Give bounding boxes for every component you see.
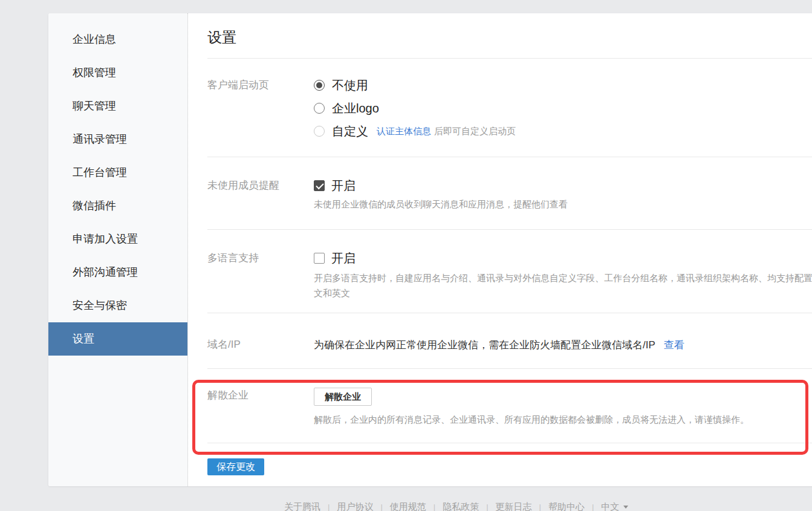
sidebar-item-workbench[interactable]: 工作台管理 xyxy=(48,156,187,189)
settings-card: 企业信息 权限管理 聊天管理 通讯录管理 工作台管理 微信插件 申请加入设置 外… xyxy=(48,13,812,486)
custom-option-hint: 后即可自定义启动页 xyxy=(434,126,516,137)
dismiss-corp-button[interactable]: 解散企业 xyxy=(314,388,372,406)
client-launch-label: 客户端启动页 xyxy=(207,74,314,157)
sidebar-item-security[interactable]: 安全与保密 xyxy=(48,289,187,322)
sidebar: 企业信息 权限管理 聊天管理 通讯录管理 工作台管理 微信插件 申请加入设置 外… xyxy=(48,13,188,486)
dismiss-corp-description: 解散后，企业内的所有消息记录、企业通讯录、所有应用的数据都会被删除，成员将无法进… xyxy=(314,413,749,426)
language-selector[interactable]: 中文 xyxy=(601,501,628,511)
domain-ip-section: 域名/IP 为确保在企业内网正常使用企业微信，需在企业防火墙配置企业微信域名/I… xyxy=(207,313,812,369)
unused-reminder-toggle-row: 开启 xyxy=(314,178,568,193)
unused-reminder-section: 未使用成员提醒 开启 未使用企业微信的成员收到聊天消息和应用消息，提醒他们查看 xyxy=(207,157,812,230)
multilang-section: 多语言支持 开启 开启多语言支持时，自建应用名与介绍、通讯录与对外信息自定义字段… xyxy=(207,230,812,313)
language-label: 中文 xyxy=(601,501,619,511)
footer-link-user-agreement[interactable]: 用户协议 xyxy=(337,501,373,511)
sidebar-item-permissions[interactable]: 权限管理 xyxy=(48,56,187,90)
save-changes-button[interactable]: 保存更改 xyxy=(207,458,264,475)
footer-separator: | xyxy=(486,503,488,511)
sidebar-item-external-comm[interactable]: 外部沟通管理 xyxy=(48,256,187,289)
footer-separator: | xyxy=(434,503,435,511)
multilang-description-line2: 文和英文 xyxy=(314,285,812,301)
unused-reminder-toggle-label[interactable]: 开启 xyxy=(331,178,356,194)
footer-link-about-tencent[interactable]: 关于腾讯 xyxy=(284,501,320,511)
footer-separator: | xyxy=(380,503,382,511)
multilang-content: 开启 开启多语言支持时，自建应用名与介绍、通讯录与对外信息自定义字段、工作台分组… xyxy=(314,251,812,313)
dismiss-corp-content: 解散企业 解散后，企业内的所有消息记录、企业通讯录、所有应用的数据都会被删除，成… xyxy=(314,388,749,443)
multilang-toggle-row: 开启 xyxy=(314,251,812,265)
option-row-custom: 自定义 认证主体信息 后即可自定义启动页 xyxy=(314,120,516,143)
radio-selected-icon[interactable] xyxy=(314,80,325,91)
settings-main: 设置 客户端启动页 不使用 企业logo 自定义 认证主体信息 后即可自定义启动… xyxy=(188,13,812,486)
option-custom-label: 自定义 xyxy=(332,123,368,140)
unused-reminder-description: 未使用企业微信的成员收到聊天消息和应用消息，提醒他们查看 xyxy=(314,198,568,210)
option-row-corp-logo: 企业logo xyxy=(314,97,516,120)
footer-link-privacy-policy[interactable]: 隐私政策 xyxy=(443,501,479,511)
checkbox-checked-icon[interactable] xyxy=(314,180,325,191)
footer-link-changelog[interactable]: 更新日志 xyxy=(496,501,532,511)
footer-separator: | xyxy=(539,503,541,511)
checkbox-unchecked-icon[interactable] xyxy=(314,253,325,264)
client-launch-options: 不使用 企业logo 自定义 认证主体信息 后即可自定义启动页 xyxy=(314,74,516,157)
radio-unselected-icon[interactable] xyxy=(314,103,325,114)
client-launch-section: 客户端启动页 不使用 企业logo 自定义 认证主体信息 后即可自定义启动页 xyxy=(207,59,812,157)
unused-reminder-content: 开启 未使用企业微信的成员收到聊天消息和应用消息，提醒他们查看 xyxy=(314,178,568,229)
option-not-use-label[interactable]: 不使用 xyxy=(332,77,368,94)
sidebar-item-wechat-plugin[interactable]: 微信插件 xyxy=(48,189,187,223)
verify-subject-info-link[interactable]: 认证主体信息 xyxy=(377,126,431,137)
footer-separator: | xyxy=(328,503,330,511)
multilang-toggle-label[interactable]: 开启 xyxy=(331,250,356,267)
footer-link-usage-rules[interactable]: 使用规范 xyxy=(390,501,426,511)
footer-link-help-center[interactable]: 帮助中心 xyxy=(548,501,585,511)
sidebar-item-corp-info[interactable]: 企业信息 xyxy=(48,23,187,56)
domain-ip-view-link[interactable]: 查看 xyxy=(664,339,684,351)
domain-ip-text-content: 为确保在企业内网正常使用企业微信，需在企业防火墙配置企业微信域名/IP xyxy=(314,339,655,351)
radio-disabled-icon xyxy=(314,126,325,137)
option-corp-logo-label[interactable]: 企业logo xyxy=(332,100,379,117)
page-title-block: 设置 xyxy=(207,13,812,59)
multilang-description-line1: 开启多语言支持时，自建应用名与介绍、通讯录与对外信息自定义字段、工作台分组名称，… xyxy=(314,270,812,285)
dismiss-corp-label: 解散企业 xyxy=(207,388,314,443)
sidebar-item-contacts-mgmt[interactable]: 通讯录管理 xyxy=(48,123,187,156)
unused-reminder-label: 未使用成员提醒 xyxy=(207,178,314,229)
multilang-label: 多语言支持 xyxy=(207,251,314,313)
dismiss-corp-section: 解散企业 解散企业 解散后，企业内的所有消息记录、企业通讯录、所有应用的数据都会… xyxy=(207,369,812,443)
footer-separator: | xyxy=(592,503,594,511)
multilang-description: 开启多语言支持时，自建应用名与介绍、通讯录与对外信息自定义字段、工作台分组名称，… xyxy=(314,270,812,301)
sidebar-item-settings[interactable]: 设置 xyxy=(48,322,187,356)
domain-ip-text: 为确保在企业内网正常使用企业微信，需在企业防火墙配置企业微信域名/IP查看 xyxy=(314,339,684,368)
page-title: 设置 xyxy=(207,28,812,47)
footer: 关于腾讯 | 用户协议 | 使用规范 | 隐私政策 | 更新日志 | 帮助中心 … xyxy=(284,501,628,511)
chevron-down-icon xyxy=(623,506,628,509)
save-area: 保存更改 xyxy=(207,443,812,475)
option-row-not-use: 不使用 xyxy=(314,74,516,97)
sidebar-item-join-settings[interactable]: 申请加入设置 xyxy=(48,223,187,256)
domain-ip-label: 域名/IP xyxy=(207,339,314,368)
sidebar-item-chat-mgmt[interactable]: 聊天管理 xyxy=(48,90,187,123)
